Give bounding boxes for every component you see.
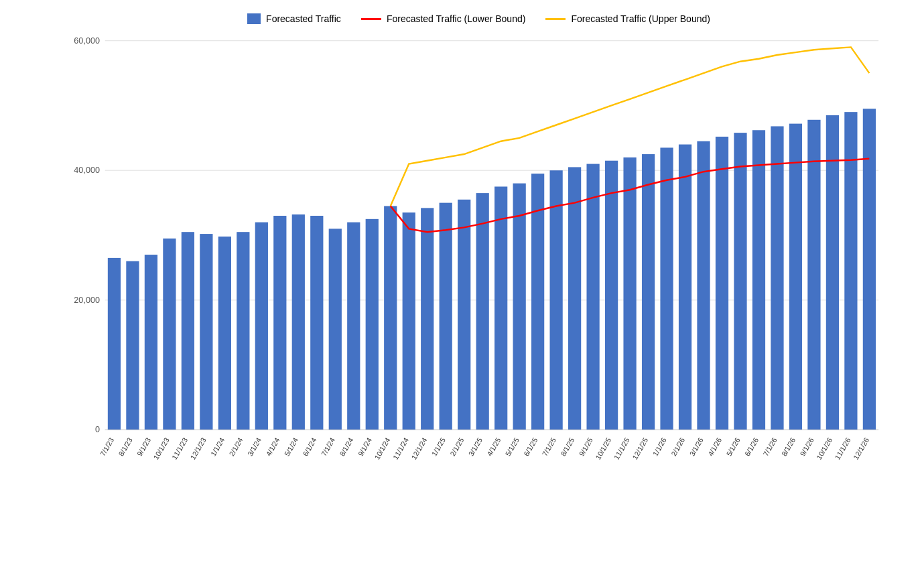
svg-text:4/1/26: 4/1/26	[706, 436, 723, 458]
svg-text:5/1/26: 5/1/26	[724, 436, 741, 458]
legend-label-lower: Forecasted Traffic (Lower Bound)	[387, 13, 526, 24]
bar	[494, 186, 507, 430]
bar	[145, 255, 157, 430]
svg-text:1/1/24: 1/1/24	[209, 436, 226, 458]
svg-text:8/1/23: 8/1/23	[117, 436, 133, 458]
bar	[568, 167, 581, 430]
svg-text:9/1/26: 9/1/26	[798, 436, 815, 458]
svg-text:0: 0	[95, 425, 100, 434]
svg-text:3/1/25: 3/1/25	[467, 436, 484, 458]
svg-text:5/1/24: 5/1/24	[283, 436, 300, 458]
chart-svg: 020,00040,00060,0007/1/238/1/239/1/2310/…	[54, 34, 904, 482]
bar	[458, 200, 470, 430]
svg-text:11/1/23: 11/1/23	[170, 436, 189, 461]
bar	[771, 126, 783, 430]
bar	[863, 109, 876, 430]
svg-text:12/1/24: 12/1/24	[409, 436, 428, 461]
svg-text:1/1/25: 1/1/25	[430, 436, 447, 458]
bar	[182, 232, 194, 430]
svg-text:6/1/24: 6/1/24	[301, 436, 318, 458]
chart-container: Forecasted Traffic Forecasted Traffic (L…	[0, 0, 924, 575]
bar	[623, 157, 636, 430]
bar	[605, 161, 618, 430]
bar	[586, 164, 599, 430]
svg-text:2/1/24: 2/1/24	[227, 436, 244, 458]
svg-text:10/1/26: 10/1/26	[815, 436, 834, 461]
bar	[697, 141, 710, 430]
bar	[476, 193, 489, 430]
svg-text:20,000: 20,000	[74, 296, 100, 305]
svg-text:11/1/25: 11/1/25	[612, 436, 631, 461]
svg-text:3/1/26: 3/1/26	[688, 436, 705, 458]
bar	[384, 206, 397, 430]
svg-text:6/1/25: 6/1/25	[522, 436, 539, 458]
svg-text:8/1/25: 8/1/25	[559, 436, 576, 458]
svg-text:10/1/25: 10/1/25	[594, 436, 612, 461]
svg-text:7/1/23: 7/1/23	[98, 436, 115, 458]
bar	[200, 234, 212, 430]
bar	[347, 222, 360, 430]
bar	[329, 229, 342, 430]
svg-text:6/1/26: 6/1/26	[743, 436, 760, 458]
svg-text:4/1/24: 4/1/24	[264, 436, 281, 458]
legend-item-upper: Forecasted Traffic (Upper Bound)	[545, 13, 710, 24]
svg-text:9/1/23: 9/1/23	[135, 436, 152, 458]
svg-text:12/1/25: 12/1/25	[631, 436, 649, 461]
bar	[734, 133, 746, 430]
svg-text:9/1/24: 9/1/24	[356, 436, 373, 458]
svg-text:60,000: 60,000	[74, 36, 100, 46]
legend-item-forecasted: Forecasted Traffic	[247, 13, 341, 24]
bar	[807, 120, 820, 430]
legend-line-upper	[545, 18, 566, 20]
svg-text:7/1/26: 7/1/26	[761, 436, 778, 458]
bar	[292, 214, 305, 430]
bar	[660, 147, 673, 430]
svg-text:2/1/25: 2/1/25	[448, 436, 465, 458]
legend-label-forecasted: Forecasted Traffic	[266, 13, 341, 24]
svg-text:8/1/26: 8/1/26	[780, 436, 797, 458]
svg-text:3/1/24: 3/1/24	[246, 436, 263, 458]
bar	[126, 261, 139, 430]
svg-text:7/1/24: 7/1/24	[320, 436, 336, 458]
bar	[237, 232, 249, 430]
bar	[826, 115, 839, 430]
bar	[366, 219, 379, 430]
chart-area: 020,00040,00060,0007/1/238/1/239/1/2310/…	[54, 34, 904, 482]
chart-legend: Forecasted Traffic Forecasted Traffic (L…	[54, 13, 904, 24]
svg-text:11/1/24: 11/1/24	[391, 436, 410, 461]
legend-label-upper: Forecasted Traffic (Upper Bound)	[571, 13, 710, 24]
svg-text:4/1/25: 4/1/25	[485, 436, 502, 458]
legend-item-lower: Forecasted Traffic (Lower Bound)	[361, 13, 526, 24]
bar	[255, 222, 268, 430]
bar	[273, 216, 286, 430]
svg-text:8/1/24: 8/1/24	[338, 436, 354, 458]
bar	[513, 184, 526, 430]
bar	[716, 137, 728, 430]
bar	[440, 203, 452, 430]
bar	[421, 208, 434, 430]
bar	[642, 154, 655, 430]
svg-text:10/1/24: 10/1/24	[373, 436, 391, 461]
svg-text:12/1/26: 12/1/26	[852, 436, 870, 461]
bar	[752, 130, 765, 430]
legend-line-lower	[361, 18, 381, 20]
svg-text:11/1/26: 11/1/26	[833, 436, 852, 461]
svg-text:1/1/26: 1/1/26	[651, 436, 668, 458]
bar	[550, 170, 563, 430]
svg-text:10/1/23: 10/1/23	[151, 436, 170, 461]
bar	[163, 239, 176, 430]
bar	[108, 258, 121, 430]
bar	[679, 145, 691, 430]
bar	[403, 212, 415, 430]
svg-text:5/1/25: 5/1/25	[504, 436, 521, 458]
bar	[310, 216, 323, 430]
svg-text:9/1/25: 9/1/25	[578, 436, 594, 458]
svg-text:40,000: 40,000	[74, 166, 100, 175]
svg-text:2/1/26: 2/1/26	[669, 436, 686, 458]
legend-box-forecasted	[247, 13, 261, 24]
bar	[218, 237, 231, 430]
svg-text:7/1/25: 7/1/25	[541, 436, 557, 458]
svg-text:12/1/23: 12/1/23	[188, 436, 207, 461]
bar	[789, 124, 802, 430]
